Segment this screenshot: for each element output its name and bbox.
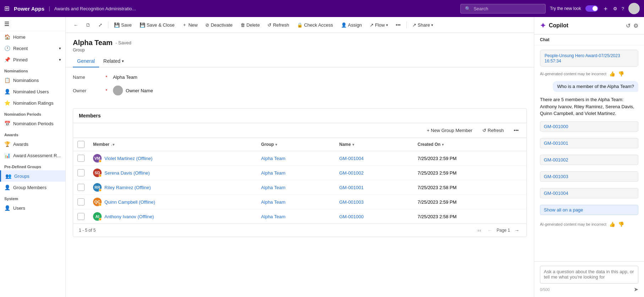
row-checkbox[interactable] xyxy=(77,213,85,220)
chat-history-item[interactable]: People-Unsung Hero Award-07/25/2023 16:5… xyxy=(540,50,638,67)
copilot-link-gm001002[interactable]: GM-001002 xyxy=(540,155,638,165)
tab-related[interactable]: Related ▾ xyxy=(99,55,128,67)
name-link[interactable]: GM-001003 xyxy=(339,199,364,205)
member-name: Serena Davis (Offline) xyxy=(104,170,150,176)
user-avatar[interactable] xyxy=(628,3,640,14)
group-link[interactable]: Alpha Team xyxy=(261,214,285,219)
settings-icon[interactable]: ⚙ xyxy=(613,6,617,11)
view-record-button[interactable]: 🗋 xyxy=(82,21,94,29)
deactivate-button[interactable]: ⊘ Deactivate xyxy=(202,21,236,29)
record-icon: 🗋 xyxy=(86,22,91,28)
nav-buttons: ← 🗋 ⤢ xyxy=(70,21,106,29)
row-checkbox[interactable] xyxy=(77,198,85,205)
sidebar-item-nominated-users[interactable]: 👤 Nominated Users xyxy=(0,86,65,97)
member-link[interactable]: QC Quinn Campbell (Offline) xyxy=(93,198,253,206)
row-checkbox[interactable] xyxy=(77,169,85,176)
copilot-link-gm001000[interactable]: GM-001000 xyxy=(540,121,638,132)
members-more-button[interactable]: ••• xyxy=(510,126,522,135)
member-link[interactable]: RR Riley Ramirez (Offline) xyxy=(93,183,253,192)
back-button[interactable]: ← xyxy=(70,21,82,29)
copilot-send-button[interactable]: ➤ xyxy=(634,286,638,293)
delete-button[interactable]: 🗑 Delete xyxy=(237,21,264,29)
member-col-label: Member xyxy=(93,142,109,147)
sidebar-item-home[interactable]: 🏠 Home xyxy=(0,31,65,43)
tab-general[interactable]: General xyxy=(73,55,99,67)
sidebar-item-nomination-periods[interactable]: 📅 Nomination Periods xyxy=(0,118,65,129)
sidebar-item-recent[interactable]: 🕐 Recent ▾ xyxy=(0,43,65,54)
group-link[interactable]: Alpha Team xyxy=(261,170,285,176)
thumbs-up-button-1[interactable]: 👍 xyxy=(609,71,615,77)
delete-icon: 🗑 xyxy=(240,22,245,28)
waffle-icon[interactable]: ⊞ xyxy=(4,5,10,12)
new-group-member-button[interactable]: + New Group Member xyxy=(423,126,476,135)
name-link[interactable]: GM-001004 xyxy=(339,156,364,161)
search-container[interactable]: 🔍 xyxy=(460,4,546,13)
group-link[interactable]: Alpha Team xyxy=(261,156,285,161)
copilot-link-gm001003[interactable]: GM-001003 xyxy=(540,171,638,182)
group-column-header[interactable]: Group ▾ xyxy=(257,138,335,151)
ai-disclaimer-2: AI-generated content may be incorrect xyxy=(540,222,606,226)
refresh-button[interactable]: ↺ Refresh xyxy=(264,21,293,29)
help-icon[interactable]: ? xyxy=(622,6,624,11)
group-link[interactable]: Alpha Team xyxy=(261,185,285,190)
member-link[interactable]: AI Anthony Ivanov (Offline) xyxy=(93,212,253,221)
flow-button[interactable]: ↗ Flow ▾ xyxy=(366,21,391,29)
copilot-refresh-button[interactable]: ↺ xyxy=(626,22,631,29)
sidebar-item-nominations[interactable]: 📋 Nominations xyxy=(0,75,65,86)
copilot-link-gm001001[interactable]: GM-001001 xyxy=(540,138,638,148)
sidebar-nomination-ratings-label: Nomination Ratings xyxy=(13,100,53,106)
save-close-button[interactable]: 💾 Save & Close xyxy=(136,21,178,29)
thumbs-down-button-1[interactable]: 👎 xyxy=(618,71,624,77)
sidebar-item-groups[interactable]: 👥 Groups xyxy=(0,170,65,182)
copilot-input[interactable] xyxy=(540,266,638,284)
members-refresh-button[interactable]: ↺ Refresh xyxy=(479,126,508,135)
copilot-settings-button[interactable]: ⚙ xyxy=(633,22,638,29)
recent-icon: 🕐 xyxy=(4,45,10,51)
copilot-link-gm001004[interactable]: GM-001004 xyxy=(540,188,638,198)
name-link[interactable]: GM-001000 xyxy=(339,214,364,219)
name-link[interactable]: GM-001001 xyxy=(339,185,364,190)
sidebar-item-group-members[interactable]: 👤 Group Members xyxy=(0,182,65,193)
expand-button[interactable]: ⤢ xyxy=(95,21,106,29)
owner-name[interactable]: Owner Name xyxy=(126,88,153,93)
save-button[interactable]: 💾 Save xyxy=(110,21,135,29)
member-link[interactable]: SD Serena Davis (Offline) xyxy=(93,169,253,177)
new-button[interactable]: ＋ New xyxy=(179,20,201,30)
search-input[interactable] xyxy=(473,6,541,11)
show-all-link[interactable]: Show all on a page xyxy=(540,205,638,215)
add-icon[interactable]: ＋ xyxy=(602,4,609,13)
row-checkbox[interactable] xyxy=(77,184,85,191)
row-checkbox[interactable] xyxy=(77,155,85,162)
thumbs-up-button-2[interactable]: 👍 xyxy=(609,221,615,227)
sidebar-item-users[interactable]: 👤 Users xyxy=(0,202,65,214)
next-page-button[interactable]: → xyxy=(513,227,521,234)
check-access-button[interactable]: 🔒 Check Access xyxy=(293,21,337,29)
name-value[interactable]: Alpha Team xyxy=(113,75,137,80)
created-on-column-header[interactable]: Created On ▾ xyxy=(413,138,526,151)
sidebar-item-awards[interactable]: 🏆 Awards xyxy=(0,138,65,150)
sidebar-item-nomination-ratings[interactable]: ⭐ Nomination Ratings xyxy=(0,97,65,109)
name-link[interactable]: GM-001002 xyxy=(339,170,364,176)
content-area: ← 🗋 ⤢ 💾 Save 💾 Save & Close ＋ New xyxy=(66,17,534,297)
awards-section-label: Awards xyxy=(0,129,65,138)
first-page-button[interactable]: ⏮ xyxy=(475,227,483,234)
more-options-button[interactable]: ••• xyxy=(392,21,404,29)
thumbs-down-button-2[interactable]: 👎 xyxy=(618,221,624,227)
sidebar-menu-icon[interactable]: ☰ xyxy=(4,21,9,27)
copilot-title-group: ✦ Copilot xyxy=(540,21,568,30)
assign-button[interactable]: 👤 Assign xyxy=(337,21,366,29)
member-link[interactable]: VM Violet Martinez (Offline) xyxy=(93,154,253,163)
brand-separator: | xyxy=(49,6,50,11)
sidebar-item-award-assessment[interactable]: 📊 Award Assessment R... xyxy=(0,150,65,161)
group-link[interactable]: Alpha Team xyxy=(261,199,285,205)
prev-page-button[interactable]: ← xyxy=(486,227,494,234)
name-column-header[interactable]: Name ▾ xyxy=(335,138,413,151)
share-button[interactable]: ↗ Share ▾ xyxy=(409,21,437,29)
sidebar-item-pinned[interactable]: 📌 Pinned ▾ xyxy=(0,54,65,65)
top-navigation: ⊞ Power Apps | Awards and Recognition Ad… xyxy=(0,0,644,17)
try-new-look-toggle[interactable] xyxy=(585,5,598,12)
select-all-checkbox[interactable] xyxy=(77,141,85,148)
member-column-header[interactable]: Member ↓▾ xyxy=(89,138,257,151)
form-section: Name * Alpha Team Owner * Owner Name xyxy=(66,67,534,108)
copilot-header: ✦ Copilot ↺ ⚙ xyxy=(534,17,644,34)
